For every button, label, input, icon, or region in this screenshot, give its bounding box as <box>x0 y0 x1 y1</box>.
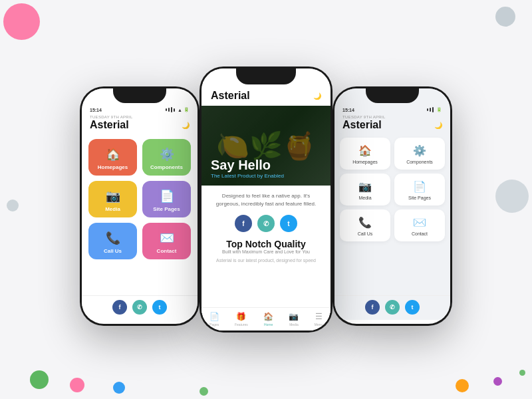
center-body: Designed to feel like a native app. It's… <box>201 186 331 269</box>
signal-bar-4 <box>174 108 175 112</box>
tile-components[interactable]: ⚙️ Components <box>142 139 191 176</box>
phone-right: 15:14 🔋 TUESDAY 9TH APRIL Asterial 🌙 <box>332 86 452 326</box>
phone-left: 15:14 ▲ 🔋 TUESDAY 9TH APRIL Asterial � <box>80 86 200 326</box>
phone-right-inner: 15:14 🔋 TUESDAY 9TH APRIL Asterial 🌙 <box>334 88 450 324</box>
right-menu-grid: 🏠 Homepages ⚙️ Components 📷 Media 📄 Site… <box>334 134 450 245</box>
right-signal-3 <box>432 107 434 112</box>
phone-left-inner: 15:14 ▲ 🔋 TUESDAY 9TH APRIL Asterial � <box>82 88 198 324</box>
right-media-label: Media <box>358 196 371 200</box>
media-icon: 📷 <box>106 189 120 203</box>
right-app-header: TUESDAY 9TH APRIL Asterial 🌙 <box>334 114 450 134</box>
nav-media-icon: 📷 <box>289 312 299 321</box>
media-label: Media <box>105 206 120 212</box>
right-callus-icon: 📞 <box>358 216 372 229</box>
center-moon-icon: 🌙 <box>313 92 321 100</box>
left-facebook-btn[interactable]: f <box>112 300 127 315</box>
notch-quality-section: Top Notch Quality Built with Maximum Car… <box>211 239 321 254</box>
contact-label: Contact <box>157 248 177 254</box>
right-signal-1 <box>427 108 428 111</box>
notch-quality-sub: Built with Maximum Care and Love for You <box>211 249 321 254</box>
right-contact-label: Contact <box>412 231 428 236</box>
nav-media[interactable]: 📷 Media <box>289 312 299 327</box>
nav-home-icon: 🏠 <box>263 312 273 321</box>
left-title-row: Asterial 🌙 <box>90 119 190 131</box>
nav-features[interactable]: 🎁 Features <box>235 312 248 327</box>
homepages-label: Homepages <box>98 164 128 170</box>
left-status-time: 15:14 <box>90 108 102 112</box>
tile-sitepages[interactable]: 📄 Site Pages <box>142 181 191 217</box>
center-facebook-btn[interactable]: f <box>235 215 252 232</box>
nav-menu-label: Menu <box>315 323 323 327</box>
right-status-right: 🔋 <box>427 107 442 112</box>
left-app-title: Asterial <box>90 119 129 131</box>
phone-center-content: Asterial 🌙 🍋🌿🍯 Say Hello The Latest Prod… <box>201 68 331 331</box>
sitepages-label: Site Pages <box>153 206 180 212</box>
nav-pages-label: Pages <box>209 323 219 327</box>
tile-homepages[interactable]: 🏠 Homepages <box>88 139 137 176</box>
left-twitter-btn[interactable]: t <box>152 300 167 315</box>
center-twitter-btn[interactable]: t <box>280 215 297 232</box>
tile-callus[interactable]: 📞 Call Us <box>88 223 137 259</box>
right-tile-sitepages[interactable]: 📄 Site Pages <box>394 174 445 205</box>
sitepages-icon: 📄 <box>160 189 174 203</box>
left-phone-btn[interactable]: ✆ <box>132 300 147 315</box>
nav-media-label: Media <box>289 323 299 327</box>
right-title-row: Asterial 🌙 <box>342 119 442 131</box>
components-icon: ⚙️ <box>160 147 174 162</box>
right-tile-callus[interactable]: 📞 Call Us <box>340 209 390 241</box>
homepages-icon: 🏠 <box>106 147 120 162</box>
phone-left-notch <box>113 88 166 103</box>
nav-menu-icon: ☰ <box>315 312 323 321</box>
nav-pages-icon: 📄 <box>209 312 219 321</box>
right-tile-homepages[interactable]: 🏠 Homepages <box>340 138 390 170</box>
nav-menu[interactable]: ☰ Menu <box>315 312 323 327</box>
components-label: Components <box>150 164 183 170</box>
center-app-header: Asterial 🌙 <box>201 90 331 106</box>
center-description: Designed to feel like a native app. It's… <box>211 192 321 208</box>
right-phone-btn[interactable]: ✆ <box>385 300 400 315</box>
signal-bar-1 <box>166 108 167 111</box>
right-homepages-label: Homepages <box>352 160 378 164</box>
phone-right-content: 15:14 🔋 TUESDAY 9TH APRIL Asterial 🌙 <box>334 88 450 320</box>
right-status-bar: 15:14 🔋 <box>334 104 450 114</box>
tile-media[interactable]: 📷 Media <box>88 181 137 217</box>
right-sitepages-label: Site Pages <box>408 196 431 200</box>
left-status-right: ▲ 🔋 <box>166 107 190 112</box>
left-app-header: TUESDAY 9TH APRIL Asterial 🌙 <box>82 114 198 134</box>
right-contact-icon: ✉️ <box>413 216 426 229</box>
nav-home-label: Home <box>264 323 273 327</box>
right-app-title: Asterial <box>342 119 382 131</box>
right-twitter-btn[interactable]: t <box>405 300 420 315</box>
right-tile-contact[interactable]: ✉️ Contact <box>394 209 445 241</box>
callus-label: Call Us <box>104 248 122 254</box>
center-app-title: Asterial <box>211 90 250 102</box>
right-tile-components[interactable]: ⚙️ Components <box>394 138 445 170</box>
hero-title: Say Hello <box>211 158 321 173</box>
center-phone-btn[interactable]: ✆ <box>257 215 275 232</box>
nav-features-icon: 🎁 <box>236 312 246 321</box>
signal-bar-3 <box>171 107 172 112</box>
right-facebook-btn[interactable]: f <box>365 300 380 315</box>
phone-right-notch <box>366 88 419 103</box>
callus-icon: 📞 <box>106 231 120 245</box>
right-battery-icon: 🔋 <box>436 107 442 112</box>
tile-contact[interactable]: ✉️ Contact <box>142 223 191 259</box>
right-homepages-icon: 🏠 <box>358 144 372 157</box>
phones-container: 15:14 ▲ 🔋 TUESDAY 9TH APRIL Asterial � <box>0 0 532 399</box>
notch-quality-body: Asterial is our latest product, designed… <box>211 258 321 263</box>
right-callus-label: Call Us <box>358 231 373 236</box>
right-tile-media[interactable]: 📷 Media <box>340 174 390 205</box>
nav-pages[interactable]: 📄 Pages <box>209 312 219 327</box>
phone-center: Asterial 🌙 🍋🌿🍯 Say Hello The Latest Prod… <box>200 66 332 332</box>
right-social-bar: f ✆ t <box>334 295 450 320</box>
center-social-bar: f ✆ t <box>211 215 321 232</box>
right-moon-icon: 🌙 <box>434 122 442 129</box>
right-sitepages-icon: 📄 <box>413 180 426 193</box>
nav-features-label: Features <box>235 323 248 327</box>
signal-bar-2 <box>168 108 170 112</box>
right-status-time: 15:14 <box>342 108 354 112</box>
contact-icon: ✉️ <box>160 231 174 245</box>
nav-home[interactable]: 🏠 Home <box>263 312 273 327</box>
center-title-row: Asterial 🌙 <box>211 90 321 102</box>
battery-icon: 🔋 <box>184 107 190 112</box>
